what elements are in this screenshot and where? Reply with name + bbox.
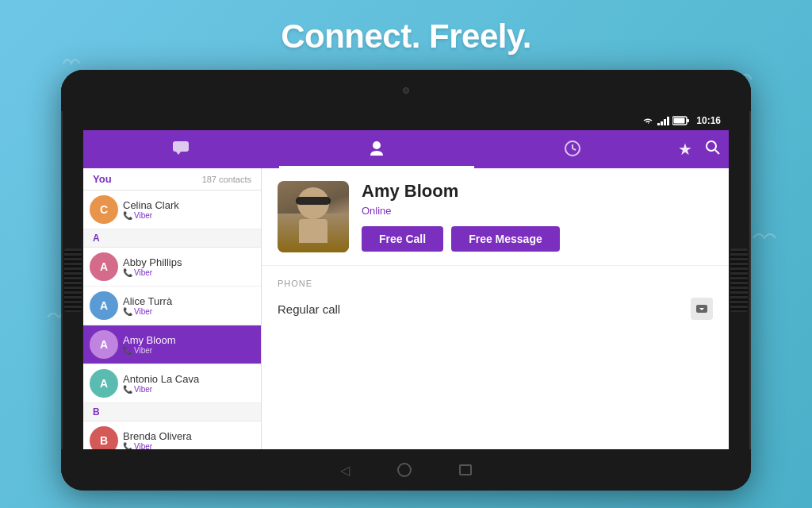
svg-rect-3 xyxy=(687,119,689,122)
avatar: A xyxy=(90,330,118,359)
contact-info: Celina Clark 📞Viber xyxy=(123,199,255,220)
tab-recents[interactable] xyxy=(474,130,670,168)
section-header-a: A xyxy=(83,229,261,248)
back-button[interactable]: ◁ xyxy=(340,463,350,478)
contact-name: Brenda Olivera xyxy=(123,430,255,442)
battery-icon xyxy=(672,116,690,125)
free-call-button[interactable]: Free Call xyxy=(362,226,443,252)
contact-detail-panel: Amy Bloom Online Free Call Free Message … xyxy=(262,168,729,449)
avatar: B xyxy=(90,426,118,449)
avatar: C xyxy=(90,195,118,224)
free-message-button[interactable]: Free Message xyxy=(451,226,560,252)
avatar: A xyxy=(90,252,118,281)
tab-contacts[interactable] xyxy=(279,130,475,168)
contact-info: Antonio La Cava 📞Viber xyxy=(123,373,255,394)
svg-marker-6 xyxy=(176,152,181,155)
viber-badge: 📞Viber xyxy=(123,307,255,316)
viber-badge: 📞Viber xyxy=(123,346,255,355)
list-item[interactable]: A Abby Phillips 📞Viber xyxy=(83,248,261,287)
contact-info: Alice Turrà 📞Viber xyxy=(123,295,255,316)
avatar: A xyxy=(90,369,118,398)
svg-rect-4 xyxy=(674,118,685,124)
phone-row: Regular call xyxy=(278,294,713,323)
tab-chats[interactable] xyxy=(83,130,279,168)
contacts-header-label: You xyxy=(93,173,112,185)
detail-info: Amy Bloom Online Free Call Free Message xyxy=(362,181,713,252)
tablet-frame: ◁ xyxy=(61,70,751,491)
list-item[interactable]: B Brenda Olivera 📞Viber xyxy=(83,421,261,449)
search-icon[interactable] xyxy=(705,140,721,160)
contact-detail-avatar xyxy=(278,181,349,252)
home-button[interactable] xyxy=(397,463,412,477)
contact-name: Celina Clark xyxy=(123,199,255,211)
contacts-header: You 187 contacts xyxy=(83,168,261,190)
viber-toolbar: ★ xyxy=(83,130,729,168)
signal-icon xyxy=(657,116,669,125)
contact-detail-name: Amy Bloom xyxy=(362,181,713,202)
viber-badge: 📞Viber xyxy=(123,211,255,220)
avatar: A xyxy=(90,291,118,320)
front-camera xyxy=(403,87,409,94)
list-item[interactable]: A Antonio La Cava 📞Viber xyxy=(83,364,261,403)
contacts-list: C Celina Clark 📞Viber A xyxy=(83,190,261,449)
tablet-top-bezel xyxy=(61,70,751,111)
contacts-sidebar: You 187 contacts C Celina Clark 📞Viber xyxy=(83,168,262,449)
contact-name: Alice Turrà xyxy=(123,295,255,307)
toolbar-right-actions: ★ xyxy=(670,130,729,168)
speaker-right xyxy=(730,248,748,312)
speaker-left xyxy=(64,248,82,312)
svg-line-10 xyxy=(715,150,719,154)
phone-call-icon[interactable] xyxy=(691,298,713,320)
detail-actions: Free Call Free Message xyxy=(362,226,713,252)
list-item[interactable]: C Celina Clark 📞Viber xyxy=(83,190,261,229)
wifi-icon xyxy=(642,116,654,125)
phone-section-label: PHONE xyxy=(278,279,713,288)
contact-name: Amy Bloom xyxy=(123,334,255,346)
contact-info: Brenda Olivera 📞Viber xyxy=(123,430,255,449)
phone-number: Regular call xyxy=(278,302,340,316)
favorites-icon[interactable]: ★ xyxy=(678,140,692,159)
viber-badge: 📞Viber xyxy=(123,442,255,449)
tablet-bottom-bezel: ◁ xyxy=(61,449,751,491)
viber-badge: 📞Viber xyxy=(123,385,255,394)
section-header-b: B xyxy=(83,403,261,421)
tablet-screen: 10:16 xyxy=(83,111,729,449)
detail-header: Amy Bloom Online Free Call Free Message xyxy=(262,168,729,266)
svg-point-7 xyxy=(373,141,381,149)
status-icons xyxy=(642,116,690,125)
detail-body: PHONE Regular call xyxy=(262,266,729,336)
contact-name: Antonio La Cava xyxy=(123,373,255,385)
status-bar: 10:16 xyxy=(83,111,729,130)
app-content: ★ You 187 contacts xyxy=(83,130,729,449)
contact-detail-status: Online xyxy=(362,205,713,217)
recents-button[interactable] xyxy=(459,464,472,475)
app-title: Connect. Freely. xyxy=(281,17,531,56)
contact-info: Abby Phillips 📞Viber xyxy=(123,256,255,277)
contact-name: Abby Phillips xyxy=(123,256,255,268)
status-bar-time: 10:16 xyxy=(696,115,721,126)
viber-badge: 📞Viber xyxy=(123,268,255,277)
contact-info: Amy Bloom 📞Viber xyxy=(123,334,255,355)
contacts-count: 187 contacts xyxy=(202,175,251,184)
main-layout: You 187 contacts C Celina Clark 📞Viber xyxy=(83,168,729,449)
svg-rect-5 xyxy=(173,141,189,152)
svg-point-9 xyxy=(707,141,716,151)
list-item[interactable]: A Alice Turrà 📞Viber xyxy=(83,287,261,325)
list-item-amy-bloom[interactable]: A Amy Bloom 📞Viber xyxy=(83,325,261,364)
